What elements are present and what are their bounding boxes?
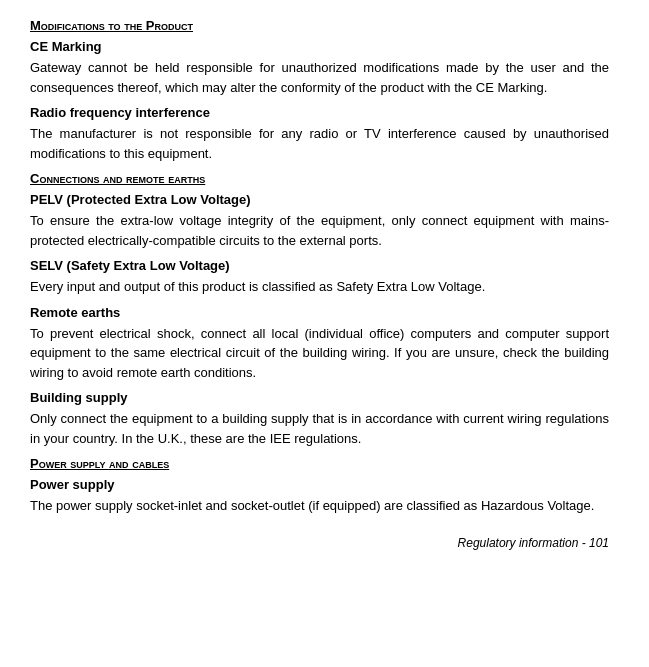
pelv-body: To ensure the extra-low voltage integrit… <box>30 211 609 250</box>
remote-earths-heading: Remote earths <box>30 305 609 320</box>
footer-text: Regulatory information - 101 <box>458 536 609 550</box>
power-supply-body: The power supply socket-inlet and socket… <box>30 496 609 516</box>
connections-section: Connections and remote earths PELV (Prot… <box>30 171 609 448</box>
page-content: Modifications to the Product CE Marking … <box>30 18 609 550</box>
page-footer: Regulatory information - 101 <box>30 536 609 550</box>
pelv-heading: PELV (Protected Extra Low Voltage) <box>30 192 609 207</box>
selv-heading: SELV (Safety Extra Low Voltage) <box>30 258 609 273</box>
modifications-heading: Modifications to the Product <box>30 18 609 33</box>
modifications-section: Modifications to the Product CE Marking … <box>30 18 609 163</box>
radio-freq-body: The manufacturer is not responsible for … <box>30 124 609 163</box>
ce-marking-body: Gateway cannot be held responsible for u… <box>30 58 609 97</box>
building-supply-heading: Building supply <box>30 390 609 405</box>
power-supply-heading: Power supply <box>30 477 609 492</box>
building-supply-body: Only connect the equipment to a building… <box>30 409 609 448</box>
selv-body: Every input and output of this product i… <box>30 277 609 297</box>
remote-earths-body: To prevent electrical shock, connect all… <box>30 324 609 383</box>
radio-freq-heading: Radio frequency interference <box>30 105 609 120</box>
connections-heading: Connections and remote earths <box>30 171 609 186</box>
power-supply-section: Power supply and cables Power supply The… <box>30 456 609 516</box>
power-supply-cables-heading: Power supply and cables <box>30 456 609 471</box>
ce-marking-heading: CE Marking <box>30 39 609 54</box>
